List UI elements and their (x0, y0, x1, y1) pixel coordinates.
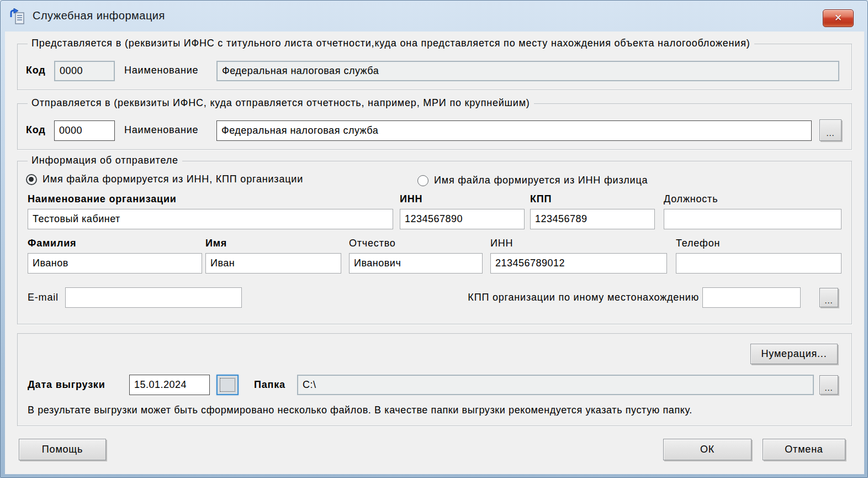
radio-filename-org[interactable]: Имя файла формируется из ИНН, КПП органи… (26, 174, 303, 185)
org-inn-label: ИНН (400, 193, 422, 205)
phone-label: Телефон (676, 238, 720, 249)
presented-name-label: Наименование (124, 65, 198, 76)
group-sender-title: Информация об отправителе (28, 155, 182, 166)
person-inn-field[interactable] (490, 253, 667, 274)
org-name-label: Наименование организации (28, 193, 177, 205)
group-export: Нумерация... Дата выгрузки Папка ... В р… (17, 333, 852, 426)
lastname-field[interactable] (28, 253, 202, 274)
kpp-other-label: КПП организации по иному местонахождению (404, 292, 699, 303)
presented-code-field (54, 61, 115, 81)
kpp-other-browse-button[interactable]: ... (819, 288, 838, 307)
radio-unselected-icon (417, 175, 428, 186)
radio-filename-org-label: Имя файла формируется из ИНН, КПП органи… (43, 174, 303, 185)
sent-name-field[interactable] (216, 120, 812, 141)
position-field[interactable] (664, 209, 841, 229)
group-sender-info: Информация об отправителе Имя файла форм… (17, 161, 852, 324)
email-label: E-mail (28, 292, 59, 303)
radio-filename-person-label: Имя файла формируется из ИНН физлица (434, 175, 648, 186)
dialog-window: Служебная информация ✕ Представляется в … (0, 0, 868, 478)
radio-selected-icon (26, 174, 37, 185)
radio-filename-person[interactable]: Имя файла формируется из ИНН физлица (417, 175, 648, 186)
firstname-field[interactable] (205, 253, 341, 274)
export-date-label: Дата выгрузки (28, 379, 105, 391)
report-upload-icon (9, 8, 27, 25)
numbering-button[interactable]: Нумерация... (750, 344, 838, 364)
firstname-label: Имя (205, 238, 227, 249)
phone-field[interactable] (676, 253, 841, 274)
org-inn-field[interactable] (400, 209, 525, 229)
folder-browse-button[interactable]: ... (819, 375, 838, 395)
close-button[interactable]: ✕ (823, 9, 854, 27)
date-browse-button[interactable] (216, 375, 239, 395)
org-kpp-label: КПП (530, 193, 552, 205)
org-kpp-field[interactable] (530, 209, 655, 229)
window-title: Служебная информация (33, 9, 165, 22)
middlename-label: Отчество (349, 238, 396, 249)
sent-browse-button[interactable]: ... (819, 119, 841, 141)
presented-code-label: Код (26, 65, 46, 76)
cancel-button[interactable]: Отмена (763, 439, 845, 460)
sent-code-label: Код (26, 124, 46, 136)
group-sent-to: Отправляется в (реквизиты ИФНС, куда отп… (17, 103, 852, 150)
email-field[interactable] (65, 287, 242, 308)
folder-field (297, 375, 814, 395)
lastname-label: Фамилия (28, 238, 76, 249)
close-icon: ✕ (834, 13, 842, 23)
export-date-field[interactable] (129, 375, 210, 395)
group-presented-title: Представляется в (реквизиты ИФНС с титул… (28, 38, 754, 49)
help-button[interactable]: Помощь (19, 439, 106, 460)
org-name-field[interactable] (28, 209, 393, 229)
focus-marquee (220, 378, 235, 392)
ok-button[interactable]: ОК (663, 439, 751, 460)
person-inn-label: ИНН (490, 238, 513, 249)
kpp-other-field[interactable] (702, 287, 801, 308)
position-label: Должность (664, 193, 718, 205)
folder-label: Папка (254, 379, 285, 391)
group-sent-title: Отправляется в (реквизиты ИФНС, куда отп… (28, 97, 534, 109)
titlebar: Служебная информация ✕ (1, 1, 867, 31)
sent-code-field[interactable] (54, 120, 115, 141)
sent-name-label: Наименование (124, 124, 198, 136)
export-note: В результате выгрузки может быть сформир… (28, 405, 692, 416)
middlename-field[interactable] (349, 253, 483, 274)
group-presented-to: Представляется в (реквизиты ИФНС с титул… (17, 44, 852, 90)
dialog-body: Представляется в (реквизиты ИФНС с титул… (5, 31, 864, 474)
presented-name-field (216, 61, 839, 81)
